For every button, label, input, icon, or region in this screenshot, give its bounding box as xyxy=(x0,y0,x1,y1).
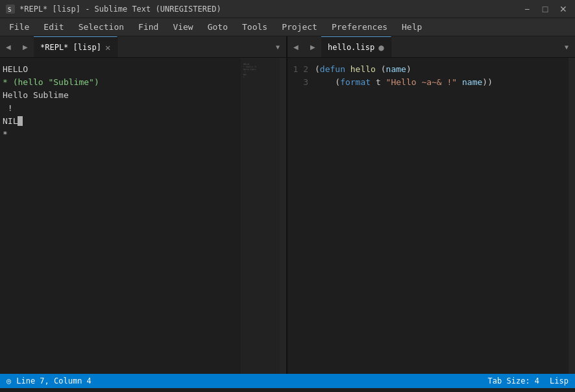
menu-item-tools[interactable]: Tools xyxy=(236,21,274,33)
line-numbers: 1 2 3 xyxy=(288,58,312,374)
window-controls: − □ ✕ xyxy=(520,3,570,16)
status-tab-size[interactable]: Tab Size: 4 xyxy=(488,376,539,386)
status-icon: ◎ xyxy=(6,376,11,386)
minimize-button[interactable]: − xyxy=(520,3,533,16)
status-language[interactable]: Lisp xyxy=(550,376,569,386)
right-tab-bar: ◀ ▶ hello.lisp ● ▼ xyxy=(288,36,575,58)
left-tab-label: *REPL* [lisp] xyxy=(40,43,101,52)
defun-kw: defun xyxy=(320,64,345,74)
right-code-content[interactable]: (defun hello (name) (format t "Hello ~a~… xyxy=(312,58,569,374)
left-tab-dropdown[interactable]: ▼ xyxy=(269,36,286,57)
format-kw: format xyxy=(340,77,371,87)
format-t: t xyxy=(376,77,386,87)
left-editor-scroll: HELLO * (hello "Sublime") Hello Sublime … xyxy=(0,58,286,374)
left-minimap: HELLO * (hello "S Hello Subli ! NIL * xyxy=(241,58,280,374)
menu-item-view[interactable]: View xyxy=(166,21,199,33)
fn-param: name xyxy=(386,64,406,74)
left-tab-next[interactable]: ▶ xyxy=(17,36,34,57)
status-left: ◎ Line 7, Column 4 xyxy=(6,376,92,386)
repl-line-5: NIL xyxy=(3,116,23,126)
format-str: "Hello ~a~& !" xyxy=(386,77,458,87)
right-tab-label: hello.lisp xyxy=(328,43,374,52)
title-bar: S *REPL* [lisp] - Sublime Text (UNREGIST… xyxy=(0,0,575,18)
format-name: name xyxy=(462,77,482,87)
status-right: Tab Size: 4 Lisp xyxy=(488,376,569,386)
main-area: ◀ ▶ *REPL* [lisp] ✕ ▼ HELLO * (hello "Su… xyxy=(0,36,575,374)
left-tab-prev[interactable]: ◀ xyxy=(0,36,17,57)
right-scrollbar[interactable] xyxy=(569,58,575,374)
right-editor[interactable]: 1 2 3 (defun hello (name) (format t "Hel… xyxy=(288,58,569,374)
repl-line-2: * (hello "Sublime") xyxy=(3,77,99,87)
menu-item-project[interactable]: Project xyxy=(275,21,324,33)
menu-item-selection[interactable]: Selection xyxy=(72,21,130,33)
right-tab-close-icon[interactable]: ● xyxy=(378,43,384,52)
right-tab-dropdown[interactable]: ▼ xyxy=(558,36,575,57)
window-title: *REPL* [lisp] - Sublime Text (UNREGISTER… xyxy=(19,5,221,14)
left-tab-bar: ◀ ▶ *REPL* [lisp] ✕ ▼ xyxy=(0,36,286,58)
repl-line-4: ! xyxy=(3,103,13,113)
left-scrollbar[interactable] xyxy=(280,58,286,374)
left-tab-close-icon[interactable]: ✕ xyxy=(105,43,110,52)
menu-item-find[interactable]: Find xyxy=(132,21,165,33)
app-icon: S xyxy=(5,4,16,14)
left-code-content[interactable]: HELLO * (hello "Sublime") Hello Sublime … xyxy=(0,58,241,374)
cursor xyxy=(18,116,23,126)
fn-name: hello xyxy=(350,64,376,74)
menu-item-preferences[interactable]: Preferences xyxy=(325,21,394,33)
menu-item-edit[interactable]: Edit xyxy=(37,21,70,33)
left-pane: ◀ ▶ *REPL* [lisp] ✕ ▼ HELLO * (hello "Su… xyxy=(0,36,288,374)
minimap-content: HELLO * (hello "S Hello Subli ! NIL * xyxy=(241,58,280,84)
title-bar-left: S *REPL* [lisp] - Sublime Text (UNREGIST… xyxy=(5,4,221,14)
right-editor-scroll: 1 2 3 (defun hello (name) (format t "Hel… xyxy=(288,58,575,374)
right-tab-next[interactable]: ▶ xyxy=(304,36,321,57)
menu-item-goto[interactable]: Goto xyxy=(201,21,234,33)
status-bar: ◎ Line 7, Column 4 Tab Size: 4 Lisp xyxy=(0,374,575,388)
right-tab-prev[interactable]: ◀ xyxy=(288,36,304,57)
repl-line-1: HELLO xyxy=(3,64,28,74)
menu-item-help[interactable]: Help xyxy=(395,21,428,33)
maximize-button[interactable]: □ xyxy=(539,3,552,16)
status-position[interactable]: Line 7, Column 4 xyxy=(16,376,92,386)
menu-item-file[interactable]: File xyxy=(3,21,36,33)
right-tab-hello[interactable]: hello.lisp ● xyxy=(321,36,391,57)
close-button[interactable]: ✕ xyxy=(557,3,570,16)
right-pane: ◀ ▶ hello.lisp ● ▼ 1 2 3 (defun hello (n… xyxy=(288,36,575,374)
repl-line-3: Hello Sublime xyxy=(3,90,69,100)
left-editor[interactable]: HELLO * (hello "Sublime") Hello Sublime … xyxy=(0,58,241,374)
repl-line-6: * xyxy=(3,129,8,139)
svg-text:S: S xyxy=(8,6,11,13)
left-tab-repl[interactable]: *REPL* [lisp] ✕ xyxy=(34,36,117,57)
menu-bar: FileEditSelectionFindViewGotoToolsProjec… xyxy=(0,18,575,36)
